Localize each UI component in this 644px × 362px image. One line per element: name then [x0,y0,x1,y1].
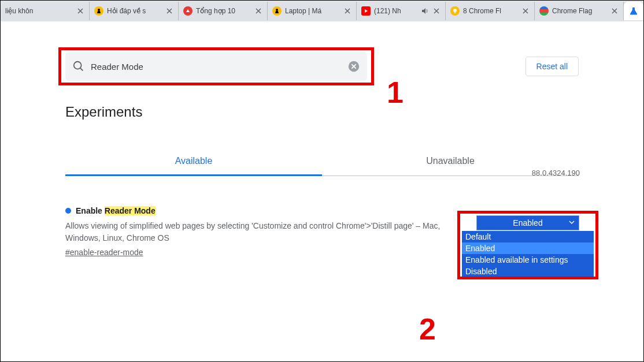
tab-title: Hỏi đáp về s [107,7,162,15]
annotation-number: 2 [419,312,436,346]
search-container [65,52,367,81]
flask-icon [629,6,638,16]
modified-dot-icon [65,208,71,214]
close-icon[interactable] [521,7,530,15]
version-label: 88.0.4324.190 [532,169,580,177]
toolbar-gap [1,21,643,47]
favicon-icon [94,6,103,16]
close-icon[interactable] [254,7,262,15]
reset-all-button[interactable]: Reset all [525,57,579,76]
browser-tab[interactable]: Chrome Flag [535,2,624,20]
browser-tab[interactable]: Laptop | Má [268,2,357,20]
favicon-icon [539,6,549,16]
bulb-icon [450,6,460,16]
svg-point-2 [453,9,457,12]
dropdown-list: Default Enabled Enabled available in set… [462,231,594,277]
browser-tab[interactable]: Tổng hợp 10 [179,2,268,20]
tab-available[interactable]: Available [65,148,322,176]
flag-title-highlight: Reader Mode [105,206,156,215]
tab-title: Laptop | Má [285,7,340,15]
browser-tab-active[interactable] [624,2,643,20]
flag-hash-link[interactable]: #enable-reader-mode [65,248,143,257]
close-icon[interactable] [343,7,351,15]
browser-tab[interactable]: 8 Chrome Fl [446,2,535,20]
svg-point-1 [276,9,278,11]
flag-tabs: Available Unavailable [65,148,579,176]
clear-icon[interactable] [347,60,360,73]
close-icon[interactable] [610,7,619,15]
search-input[interactable] [91,62,342,72]
search-icon [72,60,85,73]
search-box[interactable] [65,52,367,81]
flag-dropdown: Enabled Default Enabled Enabled availabl… [462,215,594,277]
browser-tab[interactable]: (121) Nh [357,2,446,20]
dropdown-button[interactable]: Enabled [476,215,579,230]
tab-title: (121) Nh [374,7,417,15]
tab-title: 8 Chrome Fl [463,7,518,15]
page-title: Experiments [65,104,579,120]
flag-title-prefix: Enable [76,206,105,215]
svg-point-0 [98,9,100,11]
flag-item: Enable Reader Mode Allows viewing of sim… [65,206,579,257]
favicon-icon [272,6,282,16]
tab-title: liệu khôn [5,7,73,15]
chevron-down-icon [568,218,575,227]
flag-description: Allows viewing of simplified web pages b… [65,220,458,244]
youtube-icon [361,6,371,16]
audio-icon[interactable] [421,7,429,15]
browser-tab-strip: liệu khôn Hỏi đáp về s Tổng hợp 10 Lapto… [1,1,643,21]
close-icon[interactable] [165,7,173,15]
dropdown-option[interactable]: Enabled available in settings [462,254,594,266]
browser-tab[interactable]: liệu khôn [1,2,90,20]
favicon-icon [183,6,193,16]
svg-rect-3 [454,12,456,13]
svg-point-4 [74,62,82,69]
close-icon[interactable] [76,7,84,15]
tab-title: Tổng hợp 10 [196,7,251,15]
tab-title: Chrome Flag [552,7,607,15]
dropdown-option[interactable]: Disabled [462,266,594,277]
dropdown-selected-label: Enabled [513,218,542,227]
dropdown-option[interactable]: Enabled [462,242,594,254]
flag-title-text: Enable Reader Mode [76,206,156,215]
dropdown-option[interactable]: Default [462,231,594,242]
close-icon[interactable] [432,7,441,15]
browser-tab[interactable]: Hỏi đáp về s [90,2,179,20]
